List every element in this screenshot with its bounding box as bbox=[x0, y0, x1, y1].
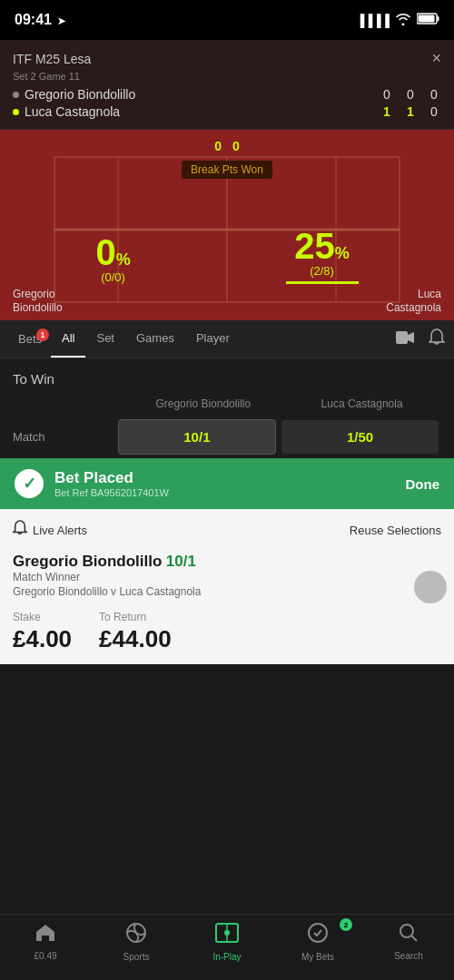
nav-search[interactable]: Search bbox=[381, 923, 436, 961]
bet-placed-text: Bet Placed Bet Ref BA9562017401W bbox=[54, 469, 169, 498]
reuse-selections-link[interactable]: Reuse Selections bbox=[350, 524, 441, 537]
stat-right-pct: 25% bbox=[286, 228, 359, 264]
bet-selection: Gregorio Biondolillo 10/1 Match Winner G… bbox=[13, 553, 441, 598]
player1-score-set: 0 bbox=[380, 87, 394, 102]
player1-score-game: 0 bbox=[403, 87, 418, 102]
to-win-row-match: Match 10/1 1/50 bbox=[13, 416, 441, 458]
nav-inplay-label: In-Play bbox=[212, 952, 241, 962]
tab-set[interactable]: Set bbox=[85, 320, 125, 358]
status-bar: 09:41 ➤ ▐▐▐▐ bbox=[0, 0, 454, 40]
player1-name: Gregorio Biondolillo bbox=[25, 87, 135, 102]
col-label bbox=[13, 397, 123, 410]
battery-icon bbox=[417, 13, 439, 27]
return-label: To Return bbox=[99, 611, 172, 623]
search-icon bbox=[399, 923, 419, 948]
check-circle-icon: ✓ bbox=[15, 469, 44, 498]
bets-badge: 1 bbox=[36, 328, 49, 341]
stake-label: Stake bbox=[13, 611, 72, 623]
scroll-handle[interactable] bbox=[414, 571, 447, 603]
bell-icon[interactable] bbox=[429, 328, 445, 350]
svg-marker-10 bbox=[408, 332, 414, 343]
player-label-left: Gregorio Biondolillo bbox=[13, 288, 63, 316]
tab-player[interactable]: Player bbox=[185, 320, 241, 358]
svg-rect-2 bbox=[438, 16, 439, 21]
nav-mybets[interactable]: 2 My Bets bbox=[291, 922, 345, 962]
bottom-nav: £0.49 Sports In-Play 2 bbox=[0, 914, 454, 980]
bet-selection-name: Gregorio Biondolillo bbox=[13, 553, 162, 570]
stat-right-bar bbox=[286, 281, 359, 284]
live-alerts[interactable]: Live Alerts bbox=[13, 520, 87, 540]
bet-selection-odds: 10/1 bbox=[166, 553, 196, 570]
player1-dot bbox=[13, 92, 19, 98]
svg-point-15 bbox=[309, 924, 327, 942]
stat-right-detail: (2/8) bbox=[286, 264, 359, 278]
nav-sports-label: Sports bbox=[123, 952, 150, 962]
break-pts-label: Break Pts Won bbox=[182, 161, 272, 179]
alerts-row: Live Alerts Reuse Selections bbox=[13, 520, 441, 540]
wifi-icon bbox=[395, 13, 411, 28]
nav-mybets-label: My Bets bbox=[301, 952, 334, 962]
stat-left: 0% (0/0) bbox=[95, 234, 130, 284]
close-button[interactable]: × bbox=[431, 49, 441, 68]
player-row-1: Gregorio Biondolillo 0 0 0 bbox=[13, 87, 441, 102]
match-header: ITF M25 Lesa × Set 2 Game 11 Gregorio Bi… bbox=[0, 40, 454, 130]
svg-point-16 bbox=[400, 925, 413, 937]
bet-match-label: Gregorio Biondolillo v Luca Castagnola bbox=[13, 585, 441, 598]
status-icons: ▐▐▐▐ bbox=[356, 13, 439, 28]
inplay-icon bbox=[214, 922, 240, 949]
to-win-table: Gregorio Biondolillo Luca Castagnola Mat… bbox=[13, 397, 441, 458]
tab-all[interactable]: All bbox=[51, 320, 85, 358]
nav-home[interactable]: £0.49 bbox=[18, 923, 73, 961]
odds-player1-button[interactable]: 10/1 bbox=[118, 419, 277, 455]
player2-dot bbox=[13, 109, 19, 115]
to-win-title: To Win bbox=[13, 371, 441, 387]
nav-arrow-icon: ➤ bbox=[57, 15, 65, 26]
nav-search-label: Search bbox=[394, 951, 423, 961]
player-row-2: Luca Castagnola 1 1 0 bbox=[13, 104, 441, 119]
alerts-bell-icon bbox=[13, 520, 27, 540]
court-section: 0 0 Break Pts Won 0% (0/0) 25% (2/8) Gre… bbox=[0, 130, 454, 320]
status-time: 09:41 ➤ bbox=[15, 12, 65, 28]
odds-player2-button[interactable]: 1/50 bbox=[281, 420, 439, 454]
bet-placed-title: Bet Placed bbox=[54, 469, 169, 487]
stake-col: Stake £4.00 bbox=[13, 611, 72, 653]
col-player1: Gregorio Biondolillo bbox=[123, 397, 282, 410]
done-button[interactable]: Done bbox=[406, 476, 440, 492]
nav-inplay[interactable]: In-Play bbox=[200, 922, 254, 962]
svg-line-17 bbox=[412, 936, 418, 942]
tabs-bar: Bets 1 All Set Games Player bbox=[0, 320, 454, 358]
match-label: Match bbox=[13, 430, 115, 444]
bet-placed-left: ✓ Bet Placed Bet Ref BA9562017401W bbox=[15, 469, 169, 498]
stat-left-detail: (0/0) bbox=[95, 270, 130, 284]
svg-rect-1 bbox=[419, 15, 435, 23]
bet-market-label: Match Winner bbox=[13, 571, 441, 583]
mybets-icon bbox=[307, 922, 329, 949]
sports-icon bbox=[125, 922, 147, 949]
svg-point-14 bbox=[224, 930, 230, 936]
return-amount: £44.00 bbox=[99, 625, 172, 653]
nav-sports[interactable]: Sports bbox=[109, 922, 163, 962]
live-alerts-label: Live Alerts bbox=[33, 524, 87, 537]
player2-score-game: 1 bbox=[403, 104, 418, 119]
bet-ref: Bet Ref BA9562017401W bbox=[54, 487, 169, 498]
home-icon bbox=[35, 923, 56, 948]
player2-score-set: 1 bbox=[380, 104, 394, 119]
to-win-section: To Win Gregorio Biondolillo Luca Castagn… bbox=[0, 358, 454, 458]
court-stats: 0% (0/0) 25% (2/8) bbox=[0, 228, 454, 284]
stake-amount: £4.00 bbox=[13, 625, 72, 653]
return-col: To Return £44.00 bbox=[99, 611, 172, 653]
bet-details-section: Live Alerts Reuse Selections Gregorio Bi… bbox=[0, 509, 454, 664]
mybets-badge: 2 bbox=[340, 918, 352, 931]
nav-home-label: £0.49 bbox=[34, 951, 56, 961]
stake-return-row: Stake £4.00 To Return £44.00 bbox=[13, 611, 441, 653]
player1-score-pt: 0 bbox=[427, 87, 441, 102]
bet-placed-banner: ✓ Bet Placed Bet Ref BA9562017401W Done bbox=[0, 458, 454, 509]
tab-games[interactable]: Games bbox=[125, 320, 185, 358]
bets-tab[interactable]: Bets 1 bbox=[9, 321, 51, 357]
col-player2: Luca Castagnola bbox=[282, 397, 441, 410]
stat-left-pct: 0% bbox=[95, 234, 130, 270]
svg-rect-9 bbox=[396, 331, 408, 344]
video-icon[interactable] bbox=[396, 331, 414, 348]
match-subtitle: Set 2 Game 11 bbox=[13, 71, 441, 82]
signal-icon: ▐▐▐▐ bbox=[356, 14, 390, 27]
